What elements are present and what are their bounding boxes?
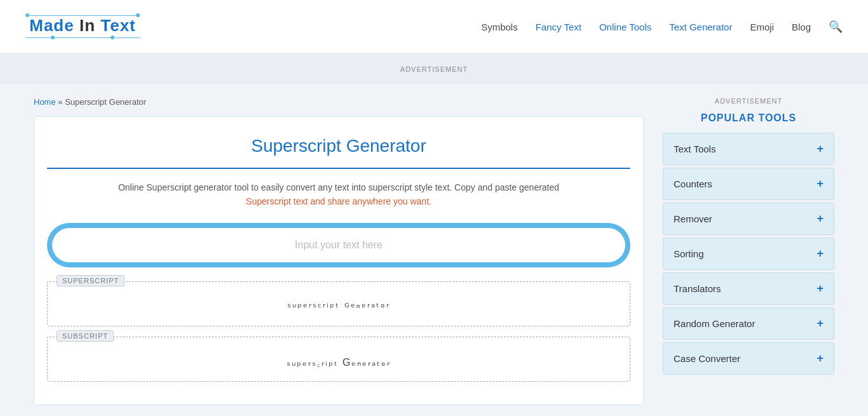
sidebar-case-converter-plus-icon: +: [817, 352, 824, 365]
sidebar-translators-plus-icon: +: [817, 282, 824, 295]
nav-emoji[interactable]: Emoji: [750, 22, 774, 32]
breadcrumb: Home » Superscript Generator: [34, 97, 644, 107]
header: Made In Text Symbols Fancy Text Online T…: [0, 0, 868, 54]
ad-label: Advertisement: [400, 65, 468, 73]
breadcrumb-home[interactable]: Home: [34, 97, 56, 107]
sidebar-item-translators-label: Translators: [674, 283, 721, 294]
content-area: Home » Superscript Generator Superscript…: [34, 97, 644, 405]
sidebar-sorting-plus-icon: +: [817, 247, 824, 260]
popular-tools-title: POPULAR TOOLS: [663, 112, 834, 124]
sidebar-item-counters-label: Counters: [674, 178, 712, 189]
sidebar-remover-plus-icon: +: [817, 212, 824, 225]
sidebar-random-generator-plus-icon: +: [817, 317, 824, 330]
sidebar-item-sorting[interactable]: Sorting +: [663, 238, 834, 270]
superscript-output-text: ˢᵘᵖᵉʳˢᶜʳⁱᵖᵗ ᴳᵉⁿᵉʳᵃᵗᵒʳ: [60, 301, 617, 313]
sidebar-item-case-converter[interactable]: Case Converter +: [663, 342, 834, 375]
nav-text-generator[interactable]: Text Generator: [669, 22, 732, 32]
text-input[interactable]: [52, 228, 625, 262]
sidebar-item-text-tools-label: Text Tools: [674, 144, 715, 154]
sidebar: ADVERTISEMENT POPULAR TOOLS Text Tools +…: [663, 97, 834, 405]
tool-description: Online Superscript generator tool to eas…: [47, 180, 630, 209]
sidebar-item-translators[interactable]: Translators +: [663, 272, 834, 305]
nav-symbols[interactable]: Symbols: [481, 22, 518, 32]
tool-card: Superscript Generator Online Superscript…: [34, 116, 644, 405]
nav-fancy-text[interactable]: Fancy Text: [536, 22, 581, 32]
nav-blog[interactable]: Blog: [792, 22, 811, 32]
input-wrapper: [47, 223, 630, 267]
sidebar-item-sorting-label: Sorting: [674, 248, 704, 259]
sidebar-item-remover[interactable]: Remover +: [663, 203, 834, 235]
nav-online-tools[interactable]: Online Tools: [599, 22, 651, 32]
superscript-output-section: SUPERSCRIPT ˢᵘᵖᵉʳˢᶜʳⁱᵖᵗ ᴳᵉⁿᵉʳᵃᵗᵒʳ: [47, 281, 630, 326]
breadcrumb-separator: »: [58, 97, 62, 107]
tool-description-line2: Superscript text and share anywhere you …: [246, 196, 431, 206]
breadcrumb-current: Superscript Generator: [65, 97, 146, 107]
tool-description-line1: Online Superscript generator tool to eas…: [118, 182, 559, 192]
nav: Symbols Fancy Text Online Tools Text Gen…: [481, 20, 843, 34]
superscript-label: SUPERSCRIPT: [57, 275, 125, 286]
sidebar-text-tools-plus-icon: +: [817, 142, 824, 156]
subscript-output-text: ₛᵤₚₑᵣₛ꜀ᵣᵢₚₜ Gₑₙₑᵣₐₜₒᵣ: [60, 356, 617, 368]
main-container: Home » Superscript Generator Superscript…: [21, 84, 847, 416]
logo-bottom-line: [25, 37, 140, 38]
logo-top-line: [25, 15, 140, 16]
sidebar-item-random-generator-label: Random Generator: [674, 318, 755, 329]
tool-title: Superscript Generator: [47, 136, 630, 169]
logo-text: Made In Text: [29, 16, 136, 36]
sidebar-counters-plus-icon: +: [817, 177, 824, 191]
sidebar-item-remover-label: Remover: [674, 213, 712, 224]
sidebar-item-text-tools[interactable]: Text Tools +: [663, 133, 834, 165]
sidebar-item-random-generator[interactable]: Random Generator +: [663, 307, 834, 340]
ad-banner: Advertisement: [0, 54, 868, 84]
subscript-label: SUBSCRIPT: [57, 330, 114, 342]
subscript-output-section: SUBSCRIPT ₛᵤₚₑᵣₛ꜀ᵣᵢₚₜ Gₑₙₑᵣₐₜₒᵣ: [47, 337, 630, 382]
search-icon[interactable]: 🔍: [829, 20, 843, 34]
sidebar-item-counters[interactable]: Counters +: [663, 168, 834, 200]
logo[interactable]: Made In Text: [25, 15, 140, 37]
sidebar-item-case-converter-label: Case Converter: [674, 353, 740, 364]
sidebar-ad-label: ADVERTISEMENT: [663, 97, 834, 105]
